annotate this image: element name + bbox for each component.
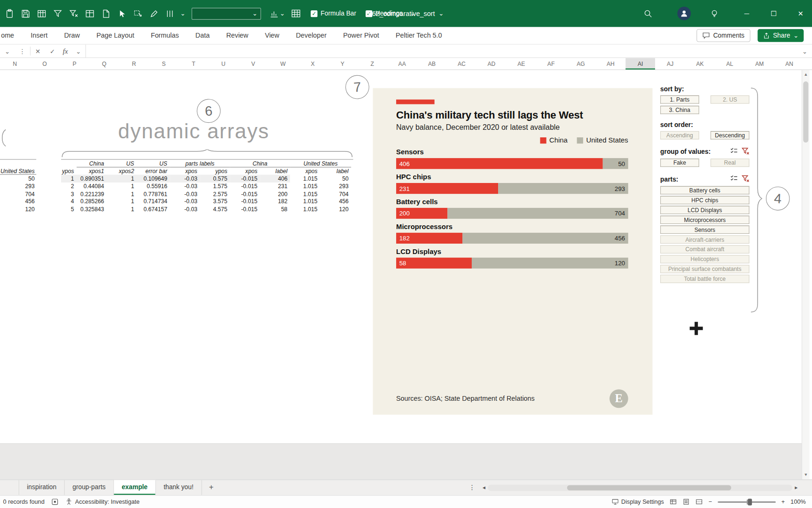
- parts-button[interactable]: Helicopters: [660, 255, 750, 263]
- column-header[interactable]: AM: [745, 58, 774, 69]
- parts-button[interactable]: Aircraft-carriers: [660, 235, 750, 244]
- group-header[interactable]: US: [137, 159, 170, 167]
- column-header[interactable]: U: [209, 58, 238, 69]
- gridlines-icon[interactable]: [290, 8, 301, 19]
- zoom-slider[interactable]: [718, 501, 775, 502]
- cell[interactable]: -0.015: [230, 175, 260, 183]
- cell[interactable]: 2.575: [200, 190, 230, 198]
- column-header[interactable]: AA: [387, 58, 417, 69]
- group-button-real[interactable]: Real: [710, 159, 750, 167]
- clear-filter-icon[interactable]: [742, 175, 750, 183]
- cell[interactable]: 1: [61, 175, 77, 183]
- column-header[interactable]: O: [30, 58, 59, 69]
- sub-header[interactable]: error bar: [137, 167, 170, 175]
- cell[interactable]: 200: [260, 190, 290, 198]
- group-header[interactable]: China: [230, 159, 290, 167]
- column-header[interactable]: AN: [774, 58, 804, 69]
- account-avatar[interactable]: [677, 7, 691, 20]
- parts-button[interactable]: Battery cells: [660, 186, 750, 195]
- cell[interactable]: -0.03: [170, 206, 200, 213]
- horizontal-scrollbar[interactable]: ◄ ►: [482, 483, 798, 492]
- scroll-up-icon[interactable]: ▲: [802, 70, 809, 79]
- cell[interactable]: 1.015: [290, 183, 320, 190]
- column-header[interactable]: AF: [536, 58, 566, 69]
- tab-draw[interactable]: Draw: [56, 27, 88, 44]
- tab-home[interactable]: ome: [0, 27, 23, 44]
- page-layout-view-icon[interactable]: [683, 498, 690, 505]
- us-bar[interactable]: 50: [603, 158, 628, 169]
- cell[interactable]: 1: [107, 175, 137, 183]
- column-header[interactable]: S: [149, 58, 179, 69]
- formula-input[interactable]: [86, 45, 797, 58]
- cell[interactable]: 50: [320, 175, 351, 183]
- cell[interactable]: [61, 159, 77, 167]
- zoom-out-button[interactable]: −: [709, 499, 712, 505]
- cell[interactable]: 58: [260, 206, 290, 213]
- china-bar[interactable]: 182: [396, 233, 462, 244]
- sub-header[interactable]: xpos: [230, 167, 260, 175]
- vertical-scrollbar[interactable]: ▲ ▼: [802, 70, 810, 480]
- paste-icon[interactable]: [4, 8, 15, 19]
- us-bar[interactable]: 704: [447, 208, 628, 219]
- tab-power-pivot[interactable]: Power Pivot: [335, 27, 388, 44]
- lightbulb-icon[interactable]: [709, 8, 720, 19]
- cell[interactable]: 50: [0, 175, 36, 183]
- tab-review[interactable]: Review: [218, 27, 257, 44]
- cell[interactable]: 0.778761: [137, 190, 170, 198]
- us-bar[interactable]: 120: [472, 258, 628, 269]
- cell[interactable]: 4: [61, 198, 77, 205]
- cell[interactable]: 1.575: [200, 183, 230, 190]
- tab-view[interactable]: View: [257, 27, 288, 44]
- dropdown-icon[interactable]: ⌄: [71, 48, 86, 55]
- cell[interactable]: 0.674157: [137, 206, 170, 213]
- column-header[interactable]: X: [298, 58, 328, 69]
- sub-header[interactable]: xpos2: [107, 167, 137, 175]
- group-header[interactable]: parts labels: [170, 159, 230, 167]
- scroll-right-icon[interactable]: ►: [794, 485, 799, 490]
- group-header[interactable]: China: [77, 159, 107, 167]
- cell[interactable]: 0.44084: [77, 183, 107, 190]
- filter-icon[interactable]: [52, 8, 63, 19]
- cell[interactable]: 1: [107, 190, 137, 198]
- clear-filter-icon[interactable]: [742, 147, 750, 156]
- cell[interactable]: 0.285266: [77, 198, 107, 205]
- chart[interactable]: China's military tech still lags the Wes…: [373, 88, 652, 414]
- column-header[interactable]: Q: [89, 58, 119, 69]
- cell[interactable]: 0.109649: [137, 175, 170, 183]
- column-header[interactable]: T: [179, 58, 208, 69]
- cell[interactable]: 1.015: [290, 190, 320, 198]
- column-header[interactable]: AE: [507, 58, 536, 69]
- cell[interactable]: -0.03: [170, 198, 200, 205]
- zoom-slider-thumb[interactable]: [748, 499, 752, 505]
- accessibility-status[interactable]: Accessibility: Investigate: [65, 498, 140, 505]
- cell[interactable]: 1: [107, 206, 137, 213]
- column-header[interactable]: W: [268, 58, 297, 69]
- cell[interactable]: 1: [107, 198, 137, 205]
- china-bar[interactable]: 406: [396, 158, 603, 169]
- china-bar[interactable]: 231: [396, 183, 499, 194]
- column-header[interactable]: R: [119, 58, 149, 69]
- parts-button[interactable]: HPC chips: [660, 196, 750, 205]
- search-icon[interactable]: [642, 8, 654, 19]
- enter-icon[interactable]: ✓: [45, 48, 60, 55]
- sub-header[interactable]: label: [260, 167, 290, 175]
- sub-header[interactable]: xpos1: [77, 167, 107, 175]
- cell[interactable]: 456: [320, 198, 351, 205]
- cell[interactable]: 3: [61, 190, 77, 198]
- zoom-in-button[interactable]: +: [781, 499, 785, 505]
- cell[interactable]: -0.03: [170, 175, 200, 183]
- horizontal-scrollbar-thumb[interactable]: [567, 485, 732, 490]
- cell[interactable]: 704: [320, 190, 351, 198]
- cell[interactable]: 3.575: [200, 198, 230, 205]
- cell[interactable]: 1.015: [290, 206, 320, 213]
- sort-button-us[interactable]: 2. US: [710, 95, 750, 104]
- cancel-icon[interactable]: ✕: [31, 48, 45, 55]
- group-header[interactable]: US: [107, 159, 137, 167]
- insert-table-icon[interactable]: [36, 8, 47, 19]
- add-sheet-button[interactable]: +: [202, 480, 221, 495]
- column-header[interactable]: AC: [447, 58, 476, 69]
- column-header[interactable]: AJ: [655, 58, 685, 69]
- sort-button-china[interactable]: 3. China: [660, 106, 699, 114]
- dropdown-icon[interactable]: ⌄: [280, 10, 285, 16]
- draw-icon[interactable]: [148, 8, 159, 19]
